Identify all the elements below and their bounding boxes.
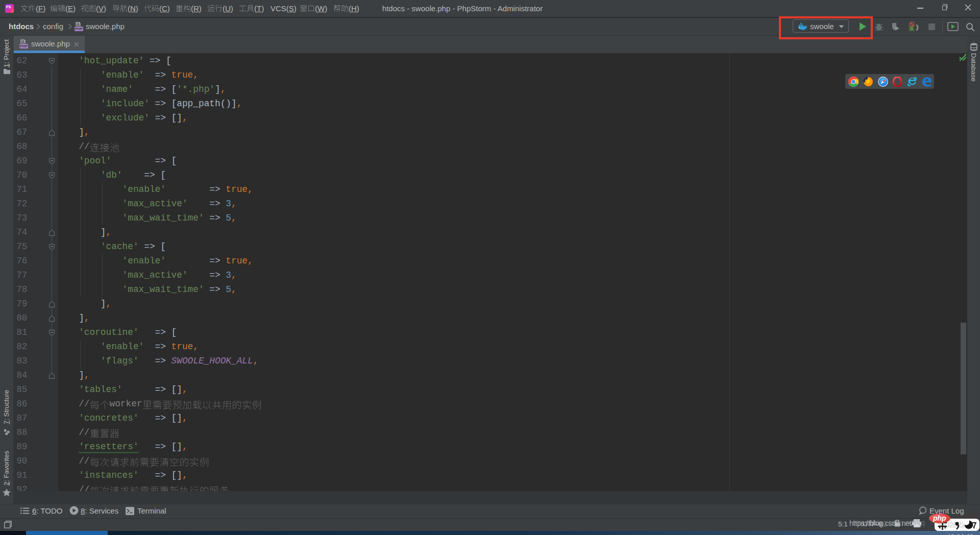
- svg-text:PHP: PHP: [20, 44, 28, 48]
- svg-text:7: 7: [972, 521, 977, 530]
- svg-text:PHP: PHP: [75, 27, 83, 31]
